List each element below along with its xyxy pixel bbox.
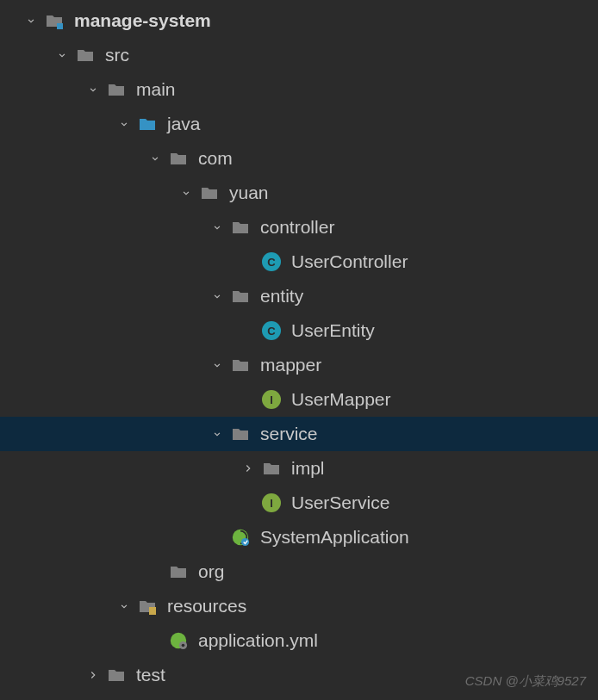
spring-config-icon [167, 629, 190, 652]
tree-label: impl [291, 458, 325, 479]
chevron-right-icon[interactable] [83, 665, 103, 685]
tree-row-resources[interactable]: resources [0, 589, 598, 623]
chevron-down-icon[interactable] [207, 424, 227, 444]
chevron-down-icon[interactable] [21, 10, 41, 31]
tree-row-yuan[interactable]: yuan [0, 176, 598, 210]
chevron-down-icon[interactable] [114, 596, 134, 616]
chevron-down-icon[interactable] [207, 355, 227, 375]
folder-icon [105, 664, 128, 686]
tree-label: UserController [291, 251, 408, 272]
tree-row-userentity[interactable]: C UserEntity [0, 313, 598, 348]
tree-row-appyml[interactable]: application.yml [0, 623, 598, 658]
tree-label: org [198, 561, 224, 582]
chevron-down-icon[interactable] [83, 79, 103, 100]
chevron-down-icon[interactable] [145, 148, 165, 169]
tree-row-root[interactable]: manage-system [0, 3, 598, 38]
package-icon [229, 423, 252, 445]
tree-row-org[interactable]: org [0, 554, 598, 589]
tree-label: mapper [260, 355, 321, 375]
tree-row-main[interactable]: main [0, 72, 598, 107]
svg-point-6 [182, 644, 185, 647]
tree-label: controller [260, 217, 334, 238]
chevron-down-icon[interactable] [176, 183, 196, 203]
resources-folder-icon [136, 595, 159, 617]
tree-label: java [167, 114, 201, 134]
chevron-down-icon[interactable] [114, 114, 134, 134]
chevron-down-icon[interactable] [207, 217, 227, 238]
package-icon [198, 182, 221, 204]
package-icon [229, 354, 252, 376]
tree-label: UserMapper [291, 389, 391, 410]
folder-icon [105, 78, 128, 101]
tree-row-userservice[interactable]: I UserService [0, 486, 598, 520]
watermark-text: CSDN @小菜鸡9527 [465, 673, 586, 690]
tree-label: service [260, 424, 318, 444]
package-icon [260, 457, 283, 480]
tree-label: yuan [229, 183, 269, 203]
tree-label: com [198, 148, 233, 169]
module-folder-icon [43, 9, 65, 32]
source-folder-icon [136, 113, 159, 135]
tree-row-usermapper[interactable]: I UserMapper [0, 382, 598, 417]
svg-rect-0 [57, 23, 63, 29]
tree-row-impl[interactable]: impl [0, 451, 598, 486]
package-icon [167, 147, 190, 170]
spring-boot-icon [229, 526, 252, 548]
tree-row-controller[interactable]: controller [0, 210, 598, 245]
tree-label: src [105, 45, 129, 65]
tree-label: resources [167, 596, 246, 616]
tree-row-java[interactable]: java [0, 107, 598, 141]
tree-row-mapper[interactable]: mapper [0, 348, 598, 382]
tree-row-systemapplication[interactable]: SystemApplication [0, 520, 598, 554]
tree-row-service[interactable]: service [0, 417, 598, 451]
tree-label: UserService [291, 492, 389, 513]
chevron-down-icon[interactable] [207, 286, 227, 307]
folder-icon [74, 44, 97, 66]
tree-label: application.yml [198, 630, 318, 651]
tree-row-com[interactable]: com [0, 141, 598, 176]
tree-row-entity[interactable]: entity [0, 279, 598, 313]
package-icon [229, 216, 252, 238]
interface-icon: I [260, 388, 283, 411]
chevron-down-icon[interactable] [52, 45, 72, 65]
tree-row-src[interactable]: src [0, 38, 598, 72]
svg-point-2 [241, 538, 249, 546]
project-tree: manage-system src main java [0, 0, 598, 692]
tree-label: test [136, 665, 165, 685]
tree-label: SystemApplication [260, 527, 409, 548]
tree-row-usercontroller[interactable]: C UserController [0, 245, 598, 279]
tree-label: main [136, 79, 176, 100]
chevron-right-icon[interactable] [238, 458, 259, 479]
package-icon [229, 285, 252, 307]
interface-icon: I [260, 492, 283, 514]
tree-label: manage-system [74, 10, 211, 31]
class-icon: C [260, 251, 283, 273]
svg-rect-3 [149, 607, 156, 615]
package-icon [167, 561, 190, 583]
class-icon: C [260, 319, 283, 342]
tree-label: entity [260, 286, 303, 307]
tree-label: UserEntity [291, 320, 375, 341]
